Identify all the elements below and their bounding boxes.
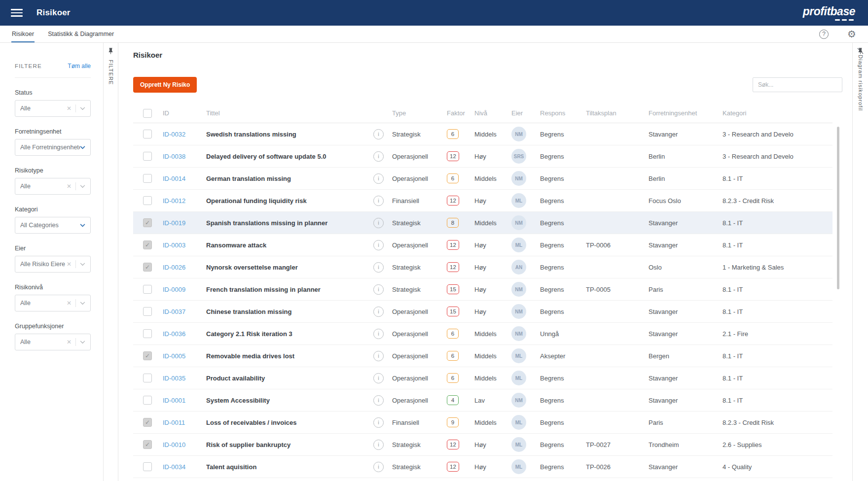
info-icon[interactable]: i <box>373 462 384 472</box>
info-icon[interactable]: i <box>373 329 384 339</box>
table-row[interactable]: ID-0009 French translation missing in pl… <box>133 278 832 301</box>
row-checkbox[interactable] <box>143 130 152 138</box>
table-row[interactable]: ID-0036 Category 2.1 Risk iteration 3 i … <box>133 323 832 345</box>
pin-icon[interactable] <box>107 47 114 55</box>
risk-title[interactable]: German translation missing <box>206 175 369 182</box>
risk-id-link[interactable]: ID-0001 <box>163 397 185 404</box>
hamburger-menu-icon[interactable] <box>11 9 23 17</box>
table-row[interactable]: ID-0037 Chinese translation missing i Op… <box>133 301 832 323</box>
info-icon[interactable]: i <box>373 151 384 162</box>
row-checkbox[interactable] <box>143 174 152 183</box>
info-icon[interactable]: i <box>373 440 384 450</box>
table-row[interactable]: ID-0034 Talent aquisition i Strategisk 1… <box>133 456 832 478</box>
row-checkbox[interactable] <box>143 218 152 227</box>
info-icon[interactable]: i <box>373 129 384 139</box>
risk-id-link[interactable]: ID-0019 <box>163 219 185 227</box>
table-row[interactable]: ID-0032 Swedish translations missing i S… <box>133 123 832 145</box>
tab-risikoer[interactable]: Risikoer <box>5 26 41 42</box>
risk-title[interactable]: Chinese translation missing <box>206 308 369 315</box>
column-header-kategori[interactable]: Kategori <box>723 109 832 117</box>
info-icon[interactable]: i <box>373 196 384 206</box>
filter-strip-label[interactable]: FILTERE <box>108 60 114 85</box>
column-header-niva[interactable]: Nivå <box>474 109 511 117</box>
risk-title[interactable]: Spanish translations missing in planner <box>206 219 369 227</box>
risk-title[interactable]: Category 2.1 Risk iteration 3 <box>206 330 369 338</box>
info-icon[interactable]: i <box>373 395 384 406</box>
column-header-id[interactable]: ID <box>163 109 206 117</box>
risk-id-link[interactable]: ID-0012 <box>163 197 185 205</box>
row-checkbox[interactable] <box>143 374 152 382</box>
table-row[interactable]: ID-0019 Spanish translations missing in … <box>133 212 832 234</box>
row-checkbox[interactable] <box>143 462 152 471</box>
risk-title[interactable]: Swedish translations missing <box>206 131 369 138</box>
risk-title[interactable]: French translation missing in planner <box>206 286 369 293</box>
column-header-faktor[interactable]: Faktor <box>447 109 474 117</box>
table-row[interactable]: ID-0014 German translation missing i Ope… <box>133 168 832 190</box>
table-row[interactable]: ID-0005 Removable media drives lost i Op… <box>133 345 832 367</box>
clear-filter-icon[interactable]: ✕ <box>67 105 72 112</box>
info-icon[interactable]: i <box>373 262 384 273</box>
row-checkbox[interactable] <box>143 196 152 205</box>
risk-title[interactable]: Talent aquisition <box>206 463 369 471</box>
clear-all-filters-link[interactable]: Tøm alle <box>68 63 91 69</box>
risk-id-link[interactable]: ID-0037 <box>163 308 185 315</box>
risk-title[interactable]: Loss of receivables / invoices <box>206 419 369 426</box>
vertical-scrollbar[interactable] <box>837 127 839 289</box>
info-icon[interactable]: i <box>373 284 384 295</box>
chevron-down-icon[interactable] <box>80 185 85 188</box>
risk-id-link[interactable]: ID-0034 <box>163 463 185 471</box>
risk-id-link[interactable]: ID-0014 <box>163 175 185 182</box>
gear-icon[interactable]: ⚙ <box>847 29 856 39</box>
risk-title[interactable]: System Accessibility <box>206 397 369 404</box>
clear-filter-icon[interactable]: ✕ <box>67 183 72 190</box>
risk-title[interactable]: Ransomware attack <box>206 241 369 249</box>
clear-filter-icon[interactable]: ✕ <box>67 261 72 268</box>
column-header-respons[interactable]: Respons <box>540 109 586 117</box>
info-icon[interactable]: i <box>373 373 384 383</box>
row-checkbox[interactable] <box>143 329 152 338</box>
info-icon[interactable]: i <box>373 218 384 228</box>
info-icon[interactable]: i <box>373 173 384 184</box>
search-input[interactable] <box>753 77 842 92</box>
row-checkbox[interactable] <box>143 240 152 249</box>
chevron-down-icon[interactable] <box>80 107 85 110</box>
table-row[interactable]: ID-0011 Loss of receivables / invoices i… <box>133 412 832 434</box>
filter-dropdown[interactable]: Alle Risiko Eiere ✕ <box>15 256 91 273</box>
filter-dropdown[interactable]: Alle ✕ <box>15 178 91 195</box>
risk-title[interactable]: Product availability <box>206 375 369 382</box>
row-checkbox[interactable] <box>143 152 152 161</box>
filter-dropdown[interactable]: All Categories <box>15 217 91 234</box>
risk-title[interactable]: Risk of supplier bankruptcy <box>206 441 369 448</box>
chevron-down-icon[interactable] <box>80 146 85 149</box>
risk-id-link[interactable]: ID-0035 <box>163 375 185 382</box>
chevron-down-icon[interactable] <box>80 302 85 305</box>
risk-id-link[interactable]: ID-0011 <box>163 419 185 426</box>
column-header-eier[interactable]: Eier <box>511 109 540 117</box>
risk-id-link[interactable]: ID-0032 <box>163 131 185 138</box>
table-row[interactable]: ID-0038 Delayed delivery of software upd… <box>133 145 832 168</box>
filter-dropdown[interactable]: Alle ✕ <box>15 334 91 350</box>
info-icon[interactable]: i <box>373 240 384 250</box>
table-row[interactable]: ID-0001 System Accessibility i Operasjon… <box>133 389 832 412</box>
chevron-down-icon[interactable] <box>80 341 85 344</box>
select-all-checkbox[interactable] <box>143 109 152 118</box>
risk-title[interactable]: Operational funding liquidity risk <box>206 197 369 205</box>
clear-filter-icon[interactable]: ✕ <box>67 339 72 345</box>
risk-id-link[interactable]: ID-0010 <box>163 441 185 448</box>
table-row[interactable]: ID-0035 Product availability i Operasjon… <box>133 367 832 389</box>
row-checkbox[interactable] <box>143 440 152 449</box>
filter-dropdown[interactable]: Alle Forretningsenheter <box>15 139 91 156</box>
chevron-down-icon[interactable] <box>80 263 85 266</box>
info-icon[interactable]: i <box>373 307 384 317</box>
diagram-panel-label[interactable]: Diagram risikoprofil <box>858 55 864 111</box>
clear-filter-icon[interactable]: ✕ <box>67 300 72 307</box>
risk-title[interactable]: Nynorsk oversettelse mangler <box>206 264 369 271</box>
column-header-forretningsenhet[interactable]: Forretningsenhet <box>649 109 723 117</box>
filter-dropdown[interactable]: Alle ✕ <box>15 100 91 117</box>
filter-dropdown[interactable]: Alle ✕ <box>15 295 91 311</box>
create-new-risk-button[interactable]: Opprett Ny Risiko <box>133 77 197 93</box>
table-row[interactable]: ID-0010 Risk of supplier bankruptcy i St… <box>133 434 832 456</box>
table-row[interactable]: ID-0012 Operational funding liquidity ri… <box>133 190 832 212</box>
info-icon[interactable]: i <box>373 417 384 428</box>
risk-id-link[interactable]: ID-0036 <box>163 330 185 338</box>
